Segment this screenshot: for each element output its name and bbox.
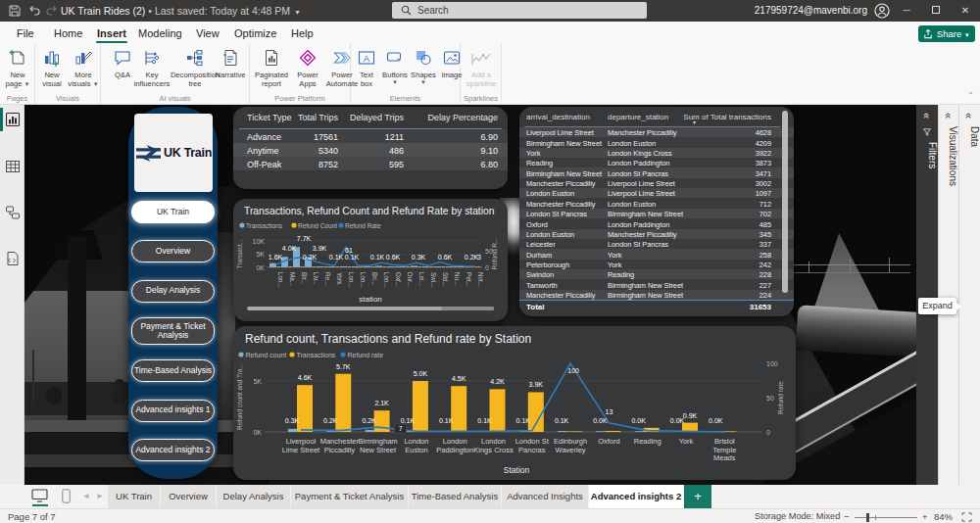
redo-icon[interactable]	[45, 4, 59, 18]
page-tab-uk-train[interactable]: UK Train	[108, 485, 161, 508]
expand-visualizations-icon[interactable]: «	[939, 110, 959, 121]
svg-text:4.0K: 4.0K	[282, 245, 297, 252]
ticket-row-off-peak[interactable]: Off-Peak87525956.80	[233, 157, 508, 170]
ribbon-button-narrative[interactable]: Narrative	[211, 47, 250, 79]
expand-data-icon[interactable]: «	[959, 110, 980, 121]
new-page-tab-button[interactable]: +	[684, 485, 711, 508]
menu-view[interactable]: View	[194, 22, 221, 44]
document-title[interactable]: UK Train Rides (2) • Last saved: Today a…	[61, 5, 301, 17]
page-tab-payment-ticket-analysis[interactable]: Payment & Ticket Analysis	[291, 485, 409, 508]
page-tab-advanced-insights-2[interactable]: Advanced insights 2	[589, 485, 684, 508]
nav-button-delay-analysis[interactable]: Delay Analysis	[131, 280, 215, 303]
station-table-row[interactable]: DurhamYork258	[519, 249, 794, 259]
nav-button-advanced-insights-1[interactable]: Advanced insights 1	[131, 400, 215, 422]
nav-button-overview[interactable]: Overview	[131, 240, 215, 262]
expand-filters-icon[interactable]: «	[916, 110, 938, 121]
chart-title: Refund count, Transactions and Refund ra…	[245, 332, 531, 346]
nav-button-payment-ticket-analysis[interactable]: Payment & Ticket Analysis	[131, 317, 215, 345]
ribbon-button-new-visual[interactable]: New visual	[37, 47, 67, 88]
menu-file[interactable]: File	[15, 22, 36, 44]
save-icon[interactable]	[8, 4, 22, 18]
dax-query-view-icon[interactable]	[5, 251, 21, 266]
ticket-col-header[interactable]: Delayed Trips	[350, 113, 404, 122]
station-table-row[interactable]: London EustonManchester Piccadilly345	[519, 229, 794, 239]
table-scrollbar[interactable]	[782, 111, 788, 293]
report-view-icon[interactable]	[5, 112, 21, 127]
page-tab-overview[interactable]: Overview	[161, 485, 217, 508]
svg-text:0.1K: 0.1K	[516, 417, 531, 424]
zoom-slider-thumb[interactable]	[866, 513, 869, 522]
model-view-icon[interactable]	[5, 205, 21, 220]
ribbon-button-shapes[interactable]: Shapes▼	[410, 47, 437, 85]
menu-help[interactable]: Help	[289, 22, 316, 44]
page-tab-advanced-insights[interactable]: Advanced Insights	[502, 485, 589, 508]
station-table-row[interactable]: ReadingLondon Paddington3873	[519, 158, 794, 167]
ticket-col-header[interactable]: Delay Percentage	[427, 113, 498, 122]
svg-text:1.6K: 1.6K	[269, 254, 283, 261]
ticket-row-anytime[interactable]: Anytime53404869.10	[233, 143, 508, 157]
station-table-row[interactable]: Manchester PiccadillyLondon Euston712	[519, 198, 794, 208]
search-input[interactable]: Search	[392, 2, 647, 19]
filters-pane-collapsed[interactable]: « Filters	[916, 105, 938, 485]
station-table-row[interactable]: PeterboroughYork242	[519, 260, 794, 269]
station-table-row[interactable]: London EustonLiverpool Lime Street1097	[519, 188, 794, 198]
next-page-arrow[interactable]: ►	[96, 485, 104, 508]
account-avatar-icon[interactable]	[874, 3, 890, 19]
station-table-row[interactable]: OxfordLondon Paddington485	[519, 218, 794, 228]
ticket-col-header[interactable]: Ticket Type	[247, 113, 292, 122]
undo-icon[interactable]	[27, 4, 41, 18]
nav-button-time-based-analysis[interactable]: Time-Based Analysis	[131, 359, 215, 382]
ribbon-button-power-apps[interactable]: Power Apps	[293, 47, 322, 88]
report-nav-panel: UK Train UK TrainOverviewDelay AnalysisP…	[128, 107, 218, 479]
collapse-ribbon-icon[interactable]: ⌃	[967, 91, 974, 100]
station-table-row[interactable]: SwindonReading228	[519, 269, 794, 279]
share-button[interactable]: Share ▼	[918, 25, 975, 42]
station-table-row[interactable]: Birmingham New StreetLondon St Pancras34…	[519, 167, 794, 177]
station-table-row[interactable]: TamworthBirmingham New Street227	[519, 279, 794, 289]
nav-button-uk-train[interactable]: UK Train	[131, 201, 215, 223]
station-col-header[interactable]: arrival_destination	[526, 113, 590, 121]
table-view-icon[interactable]	[5, 159, 21, 174]
close-button[interactable]: ✕	[951, 0, 980, 22]
ticket-col-header[interactable]: Total Trips	[298, 113, 338, 122]
page-tab-delay-analysis[interactable]: Delay Analysis	[217, 485, 291, 508]
account-email[interactable]: 217959724@mavenbi.org	[755, 5, 867, 16]
svg-text:Lime Street: Lime Street	[282, 446, 320, 454]
station-table-row[interactable]: Birmingham New StreetLondon Euston4209	[519, 137, 794, 147]
station-table-row[interactable]: Manchester PiccadillyBirmingham New Stre…	[519, 290, 794, 300]
station-table-row[interactable]: LeicesterLondon St Pancras337	[519, 239, 794, 249]
station-table-row[interactable]: Manchester PiccadillyLiverpool Lime Stre…	[519, 178, 794, 188]
desktop-view-icon[interactable]	[31, 489, 48, 502]
station-table-row[interactable]: YorkLondon Kings Cross3922	[519, 148, 794, 158]
zoom-in-button[interactable]: +	[922, 511, 928, 522]
svg-text:Swi...: Swi...	[430, 272, 437, 288]
visualizations-pane-collapsed[interactable]: « Visualizations	[938, 105, 959, 485]
filter-icon	[923, 128, 931, 136]
station-table-row[interactable]: London St PancrasBirmingham New Street70…	[519, 209, 794, 218]
ribbon-button-new-page[interactable]: New page ▼	[2, 47, 33, 89]
menu-home[interactable]: Home	[52, 22, 84, 44]
menu-modeling[interactable]: Modeling	[136, 22, 184, 44]
fit-to-page-icon[interactable]	[961, 512, 972, 522]
zoom-slider[interactable]	[855, 517, 917, 518]
menu-insert[interactable]: Insert	[95, 22, 128, 44]
nav-button-advanced-insights-2[interactable]: Advanced insights 2	[131, 439, 215, 461]
ribbon-button-more-visuals[interactable]: More visuals ▼	[68, 47, 99, 89]
maximize-button[interactable]	[921, 0, 951, 22]
ribbon-button-text-box[interactable]: AText box	[353, 47, 380, 88]
ticket-row-advance[interactable]: Advance1756112116.90	[233, 129, 508, 143]
minimize-button[interactable]: ─	[892, 0, 921, 22]
prev-page-arrow[interactable]: ◄	[82, 485, 90, 508]
station-col-header[interactable]: departure_station	[608, 113, 668, 121]
zoom-out-button[interactable]: −	[844, 511, 850, 522]
station-table-row[interactable]: Liverpool Lime StreetManchester Piccadil…	[519, 127, 794, 137]
search-icon	[401, 5, 412, 16]
zoom-level[interactable]: 84%	[934, 511, 953, 522]
ribbon-button-paginated-report[interactable]: Paginated report	[252, 47, 291, 88]
station-col-header[interactable]: Sum of Total transactions	[683, 113, 771, 121]
menu-optimize[interactable]: Optimize	[232, 22, 278, 44]
ribbon-button-buttons[interactable]: Buttons▼	[381, 47, 409, 85]
page-tab-time-based-analysis[interactable]: Time-Based Analysis	[409, 485, 502, 508]
mobile-view-icon[interactable]	[62, 489, 71, 503]
data-pane-collapsed[interactable]: « Data	[958, 105, 980, 485]
